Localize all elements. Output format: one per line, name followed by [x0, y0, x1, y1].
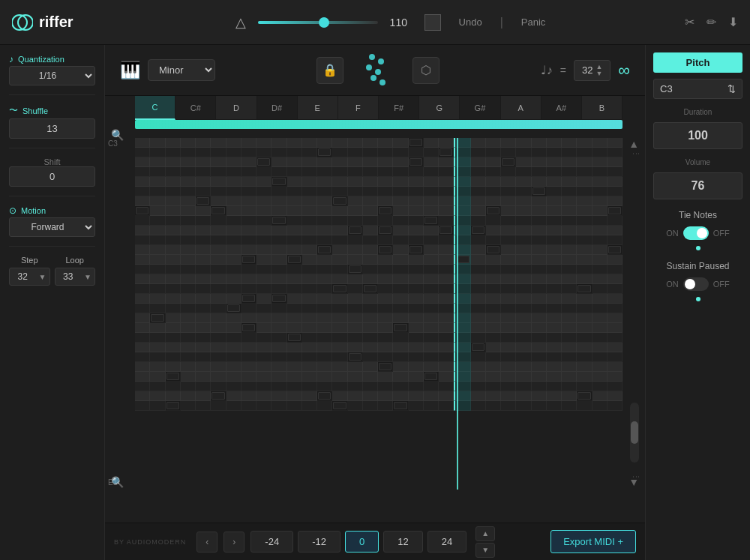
grid-cell[interactable] [393, 382, 408, 391]
grid-cell[interactable] [363, 138, 378, 148]
grid-cell[interactable] [471, 284, 486, 294]
grid-cell[interactable] [135, 372, 150, 382]
grid-cell[interactable] [393, 352, 408, 362]
grid-cell[interactable] [166, 245, 181, 255]
grid-cell[interactable] [317, 255, 332, 265]
grid-cell[interactable] [409, 352, 424, 362]
randomize-button[interactable] [356, 48, 400, 93]
grid-cell[interactable] [348, 255, 363, 265]
grid-cell[interactable] [317, 265, 332, 274]
grid-cell[interactable] [166, 362, 181, 372]
grid-cell[interactable] [287, 167, 302, 177]
grid-cell[interactable] [256, 187, 272, 196]
grid-cell[interactable] [393, 196, 408, 206]
grid-cell[interactable] [439, 226, 454, 235]
grid-cell[interactable] [166, 167, 181, 177]
grid-row[interactable] [135, 313, 622, 323]
grid-cell[interactable] [501, 177, 516, 187]
grid-cell[interactable] [135, 206, 150, 216]
grid-cell[interactable] [592, 157, 608, 167]
grid-cell[interactable] [409, 177, 424, 187]
grid-cell[interactable] [256, 323, 272, 333]
grid-cell[interactable] [272, 284, 286, 294]
grid-cell[interactable] [486, 196, 501, 206]
grid-cell[interactable] [562, 196, 577, 206]
grid-cell[interactable] [302, 148, 317, 157]
grid-cell[interactable] [439, 148, 454, 157]
grid-cell[interactable] [135, 352, 150, 362]
grid-cell[interactable] [332, 216, 347, 226]
grid-cell[interactable] [486, 167, 501, 177]
grid-cell[interactable] [577, 284, 592, 294]
grid-cell[interactable] [592, 382, 608, 391]
grid-cell[interactable] [424, 148, 439, 157]
grid-cell[interactable] [317, 323, 332, 333]
grid-cell[interactable] [256, 294, 272, 304]
grid-cell[interactable] [166, 391, 181, 401]
grid-cell[interactable] [287, 206, 302, 216]
grid-cell[interactable] [577, 391, 592, 401]
grid-cell[interactable] [577, 196, 592, 206]
grid-cell[interactable] [378, 196, 393, 206]
grid-cell[interactable] [409, 274, 424, 284]
grid-cell[interactable] [516, 352, 531, 362]
shuffle-value[interactable]: 13 [9, 118, 95, 139]
zoom-out-icon[interactable]: 🔍 [111, 476, 124, 488]
grid-cell[interactable] [486, 226, 501, 235]
grid-cell[interactable] [454, 343, 470, 352]
grid-cell[interactable] [272, 294, 286, 304]
grid-cell[interactable] [150, 352, 165, 362]
grid-cell[interactable] [272, 362, 286, 372]
grid-cell[interactable] [547, 382, 562, 391]
grid-cell[interactable] [135, 138, 150, 148]
grid-cell[interactable] [166, 177, 181, 187]
grid-cell[interactable] [378, 362, 393, 372]
motion-select[interactable]: Forward [9, 217, 95, 237]
duration-value[interactable]: 100 [653, 122, 742, 149]
grid-cell[interactable] [608, 245, 622, 255]
grid-cell[interactable] [272, 401, 286, 411]
grid-cell[interactable] [486, 313, 501, 323]
grid-cell[interactable] [547, 148, 562, 157]
grid-cell[interactable] [471, 187, 486, 196]
grid-cell[interactable] [348, 284, 363, 294]
grid-cell[interactable] [547, 255, 562, 265]
grid-cell[interactable] [532, 148, 547, 157]
grid-cell[interactable] [211, 148, 226, 157]
grid-cell[interactable] [135, 235, 150, 245]
grid-cell[interactable] [332, 362, 347, 372]
grid-cell[interactable] [592, 226, 608, 235]
grid-cell[interactable] [242, 304, 256, 313]
grid-cell[interactable] [150, 235, 165, 245]
grid-cell[interactable] [378, 391, 393, 401]
grid-cell[interactable] [135, 177, 150, 187]
grid-cell[interactable] [332, 187, 347, 196]
grid-cell[interactable] [348, 372, 363, 382]
grid-cell[interactable] [363, 226, 378, 235]
grid-cell[interactable] [547, 226, 562, 235]
grid-cell[interactable] [393, 304, 408, 313]
grid-cell[interactable] [150, 187, 165, 196]
grid-cell[interactable] [332, 177, 347, 187]
grid-cell[interactable] [516, 235, 531, 245]
note-header-c[interactable]: C [135, 96, 176, 120]
grid-cell[interactable] [486, 265, 501, 274]
grid-cell[interactable] [471, 177, 486, 187]
grid-cell[interactable] [363, 167, 378, 177]
grid-cell[interactable] [592, 206, 608, 216]
grid-cell[interactable] [486, 157, 501, 167]
note-header-d[interactable]: D [216, 96, 256, 120]
grid-cell[interactable] [135, 226, 150, 235]
grid-cell[interactable] [287, 226, 302, 235]
piano-roll[interactable] [135, 138, 622, 490]
grid-cell[interactable] [393, 226, 408, 235]
grid-cell[interactable] [332, 196, 347, 206]
grid-cell[interactable] [592, 323, 608, 333]
grid-cell[interactable] [454, 206, 470, 216]
grid-cell[interactable] [608, 294, 622, 304]
transpose-btn-0[interactable]: 0 [345, 531, 379, 553]
grid-cell[interactable] [532, 235, 547, 245]
grid-cell[interactable] [211, 304, 226, 313]
grid-cell[interactable] [471, 196, 486, 206]
grid-cell[interactable] [256, 372, 272, 382]
